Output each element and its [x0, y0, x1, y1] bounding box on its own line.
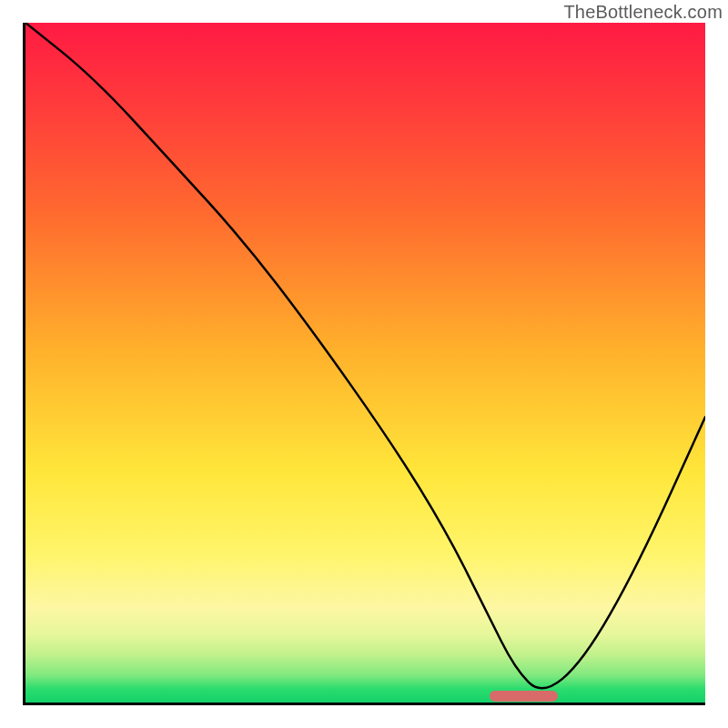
- chart-container: TheBottleneck.com: [0, 0, 728, 728]
- watermark-text: TheBottleneck.com: [563, 2, 723, 23]
- bottleneck-curve: [25, 23, 705, 703]
- curve-path: [25, 23, 705, 688]
- plot-area: [23, 23, 705, 705]
